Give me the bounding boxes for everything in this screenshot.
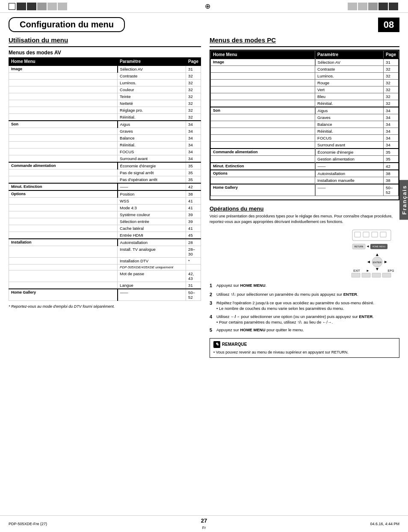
page-cell: 42, 43 bbox=[186, 270, 201, 282]
pc-page-cell: 34 bbox=[384, 121, 399, 128]
pc-home-menu-cell: Home Gallery bbox=[211, 184, 315, 196]
table-row: Surround avant34 bbox=[9, 155, 201, 163]
table-row: Installation DTV* bbox=[9, 258, 201, 265]
step-item: 3Répétez l'opération 2 jusqu'à ce que vo… bbox=[210, 300, 399, 312]
home-menu-cell bbox=[9, 73, 118, 80]
svg-text:▼: ▼ bbox=[375, 267, 379, 271]
av-modes-table: Home Menu Paramètre Page ImageSélection … bbox=[9, 57, 201, 301]
pc-home-menu-cell bbox=[211, 93, 315, 100]
param-cell: Contraste bbox=[118, 73, 186, 80]
step-text: Utilisez ←/→ pour sélectionner une optio… bbox=[216, 314, 374, 325]
table-row: Réglage pro.32 bbox=[9, 107, 201, 114]
pc-param-cell: Sélection AV bbox=[315, 59, 384, 66]
param-cell: Mot de passe bbox=[118, 270, 186, 282]
table-row: Luminos.32 bbox=[211, 73, 399, 80]
table-row: Système couleur39 bbox=[9, 211, 201, 218]
section-divider bbox=[9, 46, 201, 47]
table-row: Graves34 bbox=[211, 114, 399, 121]
pc-page-cell: 32 bbox=[384, 93, 399, 100]
page-header: Configuration du menu 08 bbox=[0, 13, 408, 32]
home-menu-cell bbox=[9, 205, 118, 211]
table-row: Luminos.32 bbox=[9, 80, 201, 86]
step-item: 1Appuyez sur HOME MENU. bbox=[210, 282, 399, 289]
svg-text:ENTER: ENTER bbox=[373, 261, 382, 264]
table-row: Sélection entrée39 bbox=[9, 218, 201, 225]
home-menu-cell: Options bbox=[9, 190, 118, 198]
param-cell: Cache latéral bbox=[118, 225, 186, 232]
param-cell: Autoinstallation bbox=[118, 239, 186, 246]
table-row: SonAigus34 bbox=[9, 121, 201, 128]
page-cell: 34 bbox=[186, 142, 201, 149]
operations-section: Opérations du menu Voici une présentatio… bbox=[210, 205, 399, 358]
home-menu-cell bbox=[9, 107, 118, 114]
home-menu-cell bbox=[9, 149, 118, 155]
page-cell: 41 bbox=[186, 225, 201, 232]
table-row: ImageSélection AV31 bbox=[9, 65, 201, 73]
pc-home-menu-cell bbox=[211, 156, 315, 163]
svg-text:▲: ▲ bbox=[375, 252, 379, 257]
param-cell: Mode 4:3 bbox=[118, 205, 186, 211]
page-cell: 39 bbox=[186, 218, 201, 225]
svg-rect-2 bbox=[363, 232, 369, 237]
pc-home-menu-cell bbox=[211, 128, 315, 135]
remote-control-image-area: RETURN ◄ HOME MENU ▲ ENTER ◄ ► bbox=[210, 228, 399, 279]
pc-param-cell: Économie d'énergie bbox=[315, 149, 384, 156]
table-row: Install. TV analogue28–30 bbox=[9, 246, 201, 258]
bottom-sub: Fr bbox=[202, 526, 206, 530]
page-cell: 34 bbox=[186, 128, 201, 135]
param-cell: Position bbox=[118, 190, 186, 198]
pc-param-cell: Balance bbox=[315, 121, 384, 128]
table-row: Gestion alimentation35 bbox=[211, 156, 399, 163]
bottom-left: PDP-505XDE-Fre (27) bbox=[9, 522, 139, 526]
param-cell: Teinte bbox=[118, 93, 186, 100]
remark-title-text: REMARQUE bbox=[222, 342, 247, 348]
home-menu-cell bbox=[9, 93, 118, 100]
param-cell: Système couleur bbox=[118, 211, 186, 218]
bottom-bar: PDP-505XDE-Fre (27) 27 Fr 04.6.16, 4:44 … bbox=[0, 515, 408, 532]
steps-list: 1Appuyez sur HOME MENU.2Utilisez ↑/↓ pou… bbox=[210, 282, 399, 333]
pc-th-parametre: Paramètre bbox=[315, 51, 384, 59]
side-label-francais: Français bbox=[399, 180, 408, 220]
param-cell: Balance bbox=[118, 135, 186, 142]
page-cell: 32 bbox=[186, 93, 201, 100]
utilisation-du-menu-title: Utilisation du menu bbox=[9, 36, 201, 44]
page-cell: 28 bbox=[186, 239, 201, 246]
pc-param-cell: FOCUS bbox=[315, 135, 384, 142]
page-cell: 50–52 bbox=[186, 289, 201, 301]
pc-page-cell: 35 bbox=[384, 156, 399, 163]
table-row: InstallationAutoinstallation28 bbox=[9, 239, 201, 246]
pc-page-cell: 34 bbox=[384, 135, 399, 142]
sq7 bbox=[358, 3, 367, 10]
param-cell: —— bbox=[118, 289, 186, 301]
pc-page-cell: 31 bbox=[384, 59, 399, 66]
param-cell: Installation DTV bbox=[118, 258, 186, 265]
param-cell: Langue bbox=[118, 282, 186, 289]
pc-table-header-row: Home Menu Paramètre Page bbox=[211, 51, 399, 59]
pc-home-menu-cell bbox=[211, 100, 315, 107]
svg-rect-3 bbox=[372, 232, 378, 237]
home-menu-cell bbox=[9, 218, 118, 225]
pc-page-cell: 34 bbox=[384, 114, 399, 121]
param-cell: Couleur bbox=[118, 86, 186, 93]
table-row: FOCUS34 bbox=[211, 135, 399, 142]
pc-home-menu-cell bbox=[211, 135, 315, 142]
pc-home-menu-cell bbox=[211, 142, 315, 149]
remote-control-svg: RETURN ◄ HOME MENU ▲ ENTER ◄ ► bbox=[344, 228, 399, 279]
operations-description: Voici une présentation des procédures ty… bbox=[210, 214, 399, 224]
step-text: Appuyez sur HOME MENU. bbox=[216, 282, 266, 289]
table-row: Réinitial.34 bbox=[9, 142, 201, 149]
remark-icon: ✎ bbox=[213, 341, 220, 348]
main-content: Utilisation du menu Menus des modes AV H… bbox=[0, 32, 408, 362]
pc-page-cell: 32 bbox=[384, 73, 399, 80]
page-cell: 32 bbox=[186, 73, 201, 80]
home-menu-cell bbox=[9, 211, 118, 218]
page-cell: 35 bbox=[186, 176, 201, 184]
page-cell: 35 bbox=[186, 162, 201, 169]
table-row: Contraste32 bbox=[211, 66, 399, 73]
param-cell: Économie d'énergie bbox=[118, 162, 186, 169]
top-left-decoration bbox=[9, 3, 67, 10]
pc-param-cell: Contraste bbox=[315, 66, 384, 73]
param-cell: Réglage pro. bbox=[118, 107, 186, 114]
crosshair-icon: ⊕ bbox=[205, 2, 210, 10]
corner-mark bbox=[9, 3, 15, 10]
